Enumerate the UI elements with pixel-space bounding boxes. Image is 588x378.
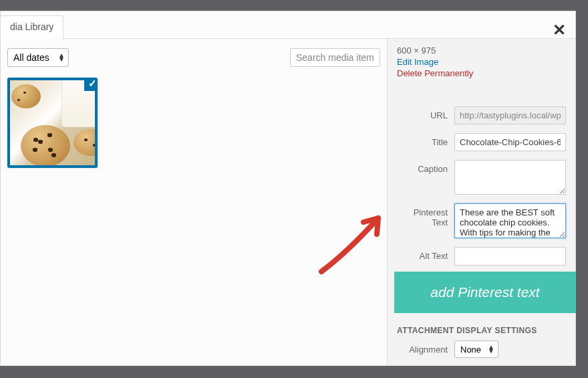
modal-body: All dates ▲▼ (1, 39, 575, 365)
alt-text-label: Alt Text (397, 247, 454, 261)
url-label: URL (397, 106, 454, 120)
alignment-select[interactable]: None (454, 341, 498, 358)
close-button[interactable]: ✕ (553, 22, 566, 38)
tab-media-library[interactable]: dia Library (0, 15, 63, 39)
caption-label: Caption (397, 160, 454, 174)
pinterest-text-label: Pinterest Text (397, 203, 454, 227)
title-label: Title (397, 133, 454, 147)
date-filter-wrap: All dates ▲▼ (7, 48, 69, 67)
attachment-details-sidebar: 600 × 975 Edit Image Delete Permanently … (387, 39, 575, 365)
title-field[interactable] (454, 133, 566, 151)
field-row-title: Title (397, 133, 566, 151)
edit-image-link[interactable]: Edit Image (397, 57, 566, 67)
close-icon: ✕ (553, 21, 566, 39)
media-toolbar: All dates ▲▼ (7, 48, 380, 67)
attachment-dimensions: 600 × 975 (397, 45, 566, 56)
attachment-display-settings-heading: Attachment Display Settings (397, 326, 566, 335)
date-filter-select[interactable]: All dates (7, 48, 69, 67)
check-icon: ✓ (88, 78, 97, 90)
alt-text-field[interactable] (454, 247, 566, 266)
field-row-alignment: Alignment None ▲▼ (397, 341, 566, 358)
attachment-grid: ✓ (7, 78, 380, 168)
attachment-thumbnail[interactable]: ✓ (7, 78, 98, 168)
search-input[interactable] (290, 48, 380, 67)
selected-check-icon: ✓ (84, 78, 98, 91)
field-row-pinterest-text: Pinterest Text These are the BEST soft c… (397, 203, 566, 238)
thumbnail-art (74, 129, 98, 156)
media-library-main: All dates ▲▼ (1, 39, 387, 365)
alignment-label: Alignment (397, 341, 454, 355)
callout-banner: add Pinterest text (394, 272, 576, 313)
tab-bar: dia Library (1, 11, 575, 39)
field-row-caption: Caption (397, 160, 566, 195)
field-row-alt-text: Alt Text (397, 247, 566, 266)
caption-field[interactable] (454, 160, 566, 195)
pinterest-text-field[interactable]: These are the BEST soft chocolate chip c… (454, 203, 566, 238)
tab-label: dia Library (10, 21, 53, 32)
field-row-url: URL (397, 106, 566, 124)
alignment-select-wrap: None ▲▼ (454, 341, 498, 358)
callout-text: add Pinterest text (430, 284, 539, 300)
url-field[interactable] (454, 106, 566, 124)
thumbnail-art (11, 84, 41, 108)
thumbnail-art (21, 125, 70, 167)
delete-permanently-link[interactable]: Delete Permanently (397, 68, 566, 78)
